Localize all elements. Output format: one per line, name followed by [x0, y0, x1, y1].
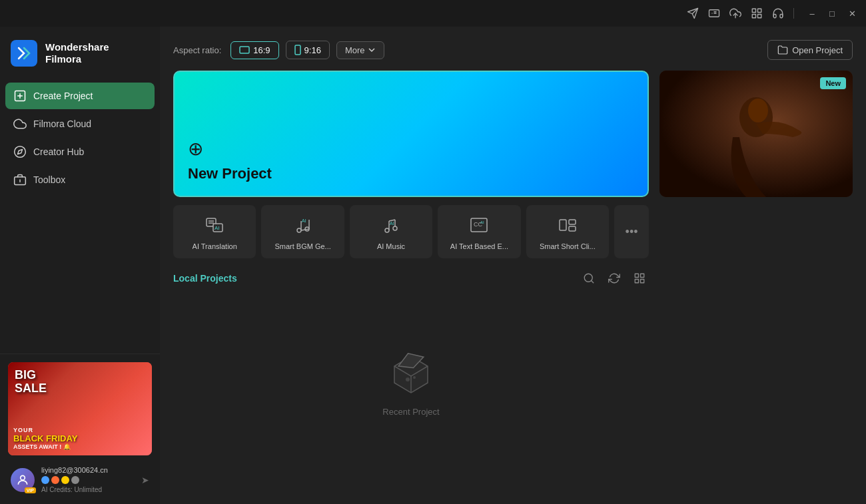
svg-rect-48 — [635, 280, 638, 283]
svg-rect-19 — [240, 47, 249, 53]
logo-area: Wondershare Filmora — [0, 32, 160, 80]
svg-point-36 — [393, 226, 397, 230]
left-column: ⊕ New Project AI — [173, 71, 649, 491]
svg-rect-9 — [752, 15, 755, 18]
trumpet-figure — [659, 71, 853, 197]
maximize-button[interactable]: □ — [826, 7, 838, 19]
local-projects-title: Local Projects — [173, 273, 237, 284]
sidebar-item-label: Create Project — [33, 91, 93, 101]
tool-label: AI Translation — [193, 242, 237, 250]
refresh-icon[interactable] — [605, 269, 624, 288]
svg-line-28 — [301, 229, 309, 230]
sidebar: Wondershare Filmora Create Project Filmo… — [0, 27, 160, 504]
user-info: liying82@300624.cn AI Credits: Unlimited — [41, 466, 135, 493]
tools-row: AI AI Translation — [173, 205, 649, 258]
id-card-icon[interactable] — [708, 7, 720, 19]
promo-card-image: New — [659, 71, 853, 197]
sidebar-item-label: Filmora Cloud — [33, 119, 91, 129]
header-actions — [580, 269, 649, 288]
promo-card: New AI Video Enhancer Unlock the power o… — [659, 71, 853, 197]
sidebar-item-label: Creator Hub — [33, 146, 84, 157]
tool-smart-short-clip[interactable]: Smart Short Cli... — [526, 205, 609, 258]
app-body: Wondershare Filmora Create Project Filmo… — [0, 27, 866, 504]
logo-text: Wondershare Filmora — [45, 41, 109, 65]
app-name-line2: Filmora — [45, 53, 109, 65]
svg-text:AI: AI — [302, 218, 306, 223]
tool-label: Smart BGM Ge... — [274, 242, 330, 250]
content-grid: ⊕ New Project AI — [173, 71, 853, 491]
more-button[interactable]: More — [336, 41, 384, 59]
vip-badge: VIP — [25, 487, 36, 493]
smart-short-icon — [556, 213, 580, 237]
main-content: Aspect ratio: 16:9 9:16 More Open Projec… — [160, 27, 866, 504]
new-project-icon: ⊕ — [188, 138, 634, 160]
titlebar: – □ ✕ — [0, 0, 866, 27]
aspect-9-16-label: 9:16 — [304, 45, 321, 55]
titlebar-icons: – □ ✕ — [687, 7, 858, 19]
aspect-ratio-bar: Aspect ratio: 16:9 9:16 More Open Projec… — [173, 40, 853, 60]
minimize-button[interactable]: – — [806, 7, 818, 19]
svg-point-51 — [413, 376, 416, 379]
smart-bgm-icon: AI — [291, 213, 315, 237]
cloud-upload-icon[interactable] — [729, 7, 741, 19]
new-project-banner[interactable]: ⊕ New Project — [173, 71, 649, 197]
open-project-button[interactable]: Open Project — [767, 40, 853, 60]
search-icon[interactable] — [580, 269, 598, 288]
svg-rect-20 — [295, 45, 300, 55]
tool-more-button[interactable]: ••• — [614, 205, 649, 258]
ai-music-icon: AI — [379, 213, 403, 237]
aspect-16-9-button[interactable]: 16:9 — [230, 41, 278, 59]
sidebar-nav: Create Project Filmora Cloud Creator Hub — [0, 80, 160, 354]
close-button[interactable]: ✕ — [846, 7, 858, 19]
sidebar-item-create-project[interactable]: Create Project — [5, 83, 155, 109]
svg-rect-7 — [752, 9, 755, 12]
svg-point-26 — [297, 228, 301, 232]
svg-rect-46 — [635, 274, 638, 277]
promo-image: BIGSALE YOUR BLACK FRIDAY ASSETS AWAIT !… — [8, 362, 152, 455]
svg-point-32 — [385, 228, 389, 232]
svg-point-18 — [21, 475, 25, 480]
more-label: More — [345, 45, 365, 55]
svg-rect-10 — [758, 15, 761, 18]
sidebar-bottom: BIGSALE YOUR BLACK FRIDAY ASSETS AWAIT !… — [0, 354, 160, 504]
svg-rect-42 — [569, 220, 576, 224]
sidebar-item-filmora-cloud[interactable]: Filmora Cloud — [5, 111, 155, 137]
app-name-line1: Wondershare — [45, 41, 109, 53]
compass-icon — [13, 145, 27, 158]
local-projects-header: Local Projects — [173, 269, 649, 288]
grid-icon[interactable] — [751, 7, 763, 19]
user-more-icon[interactable]: ➤ — [141, 475, 149, 485]
svg-rect-8 — [758, 9, 761, 12]
empty-label: Recent Project — [382, 407, 439, 417]
promo-banner[interactable]: BIGSALE YOUR BLACK FRIDAY ASSETS AWAIT !… — [8, 362, 152, 455]
tool-ai-text-based[interactable]: CC AI AI Text Based E... — [438, 205, 520, 258]
tool-smart-bgm[interactable]: AI Smart BGM Ge... — [261, 205, 344, 258]
open-project-label: Open Project — [792, 45, 843, 55]
sidebar-item-label: Toolbox — [33, 174, 65, 185]
tool-ai-translation[interactable]: AI AI Translation — [173, 205, 256, 258]
svg-marker-15 — [17, 149, 22, 154]
plus-square-icon — [13, 89, 27, 103]
aspect-ratio-label: Aspect ratio: — [173, 45, 221, 55]
svg-text:AI: AI — [480, 220, 484, 224]
layout-icon[interactable] — [630, 269, 649, 288]
right-column: New AI Video Enhancer Unlock the power o… — [659, 71, 853, 491]
svg-rect-49 — [641, 280, 644, 283]
ai-translation-icon: AI — [203, 213, 226, 237]
promo-card-new-badge: New — [820, 77, 846, 89]
user-area[interactable]: VIP liying82@300624.cn AI Credits: Unlim… — [8, 463, 152, 496]
logo-icon — [11, 40, 37, 67]
svg-line-45 — [591, 280, 593, 282]
tool-ai-music[interactable]: AI AI Music — [350, 205, 432, 258]
user-credits: AI Credits: Unlimited — [41, 486, 135, 493]
toolbox-icon — [13, 173, 27, 186]
sidebar-item-toolbox[interactable]: Toolbox — [5, 166, 155, 193]
tool-label: AI Music — [377, 242, 405, 250]
sidebar-item-creator-hub[interactable]: Creator Hub — [5, 138, 155, 165]
aspect-9-16-button[interactable]: 9:16 — [286, 41, 330, 59]
tool-label: AI Text Based E... — [450, 242, 508, 250]
promo-overlay-text: YOUR BLACK FRIDAY ASSETS AWAIT ! 🔔 — [13, 427, 147, 450]
paper-plane-icon[interactable] — [687, 7, 699, 19]
headphones-icon[interactable] — [772, 7, 784, 19]
titlebar-divider — [793, 8, 794, 19]
